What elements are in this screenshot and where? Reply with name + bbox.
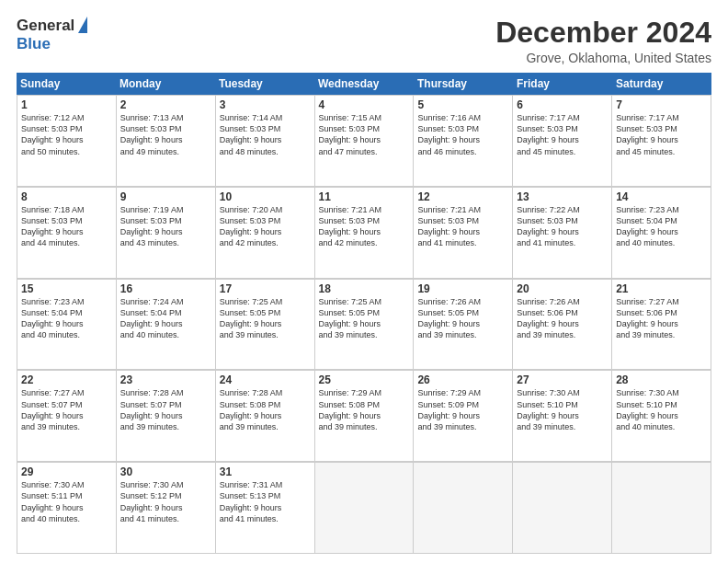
- header: General Blue December 2024 Grove, Oklaho…: [17, 17, 711, 65]
- weekday-header: Friday: [513, 73, 612, 95]
- day-info: Sunrise: 7:29 AM Sunset: 5:09 PM Dayligh…: [417, 387, 508, 432]
- day-info: Sunrise: 7:25 AM Sunset: 5:05 PM Dayligh…: [319, 296, 410, 341]
- calendar-row: 29Sunrise: 7:30 AM Sunset: 5:11 PM Dayli…: [17, 462, 711, 554]
- calendar-cell: 17Sunrise: 7:25 AM Sunset: 5:05 PM Dayli…: [216, 280, 315, 371]
- day-info: Sunrise: 7:17 AM Sunset: 5:03 PM Dayligh…: [517, 112, 608, 157]
- calendar-cell: 28Sunrise: 7:30 AM Sunset: 5:10 PM Dayli…: [612, 371, 711, 462]
- day-number: 28: [616, 373, 707, 386]
- calendar-cell: 19Sunrise: 7:26 AM Sunset: 5:05 PM Dayli…: [414, 280, 513, 371]
- day-number: 20: [517, 282, 608, 295]
- calendar-cell: 18Sunrise: 7:25 AM Sunset: 5:05 PM Dayli…: [315, 280, 415, 371]
- day-info: Sunrise: 7:30 AM Sunset: 5:12 PM Dayligh…: [120, 479, 211, 524]
- calendar-cell: 22Sunrise: 7:27 AM Sunset: 5:07 PM Dayli…: [17, 371, 117, 462]
- day-info: Sunrise: 7:25 AM Sunset: 5:05 PM Dayligh…: [220, 296, 311, 341]
- day-info: Sunrise: 7:31 AM Sunset: 5:13 PM Dayligh…: [220, 479, 311, 524]
- day-number: 19: [417, 282, 508, 295]
- day-number: 24: [220, 373, 311, 386]
- day-number: 10: [220, 190, 311, 203]
- day-info: Sunrise: 7:27 AM Sunset: 5:06 PM Dayligh…: [616, 296, 707, 341]
- day-number: 7: [616, 98, 707, 111]
- day-number: 21: [616, 282, 707, 295]
- day-info: Sunrise: 7:19 AM Sunset: 5:03 PM Dayligh…: [120, 204, 211, 249]
- day-number: 25: [319, 373, 410, 386]
- day-info: Sunrise: 7:18 AM Sunset: 5:03 PM Dayligh…: [21, 204, 112, 249]
- calendar-row: 22Sunrise: 7:27 AM Sunset: 5:07 PM Dayli…: [17, 370, 711, 462]
- logo-blue: Blue: [17, 35, 51, 53]
- weekday-header: Thursday: [414, 73, 513, 95]
- calendar-cell: 5Sunrise: 7:16 AM Sunset: 5:03 PM Daylig…: [414, 96, 513, 187]
- calendar-cell: 6Sunrise: 7:17 AM Sunset: 5:03 PM Daylig…: [513, 96, 612, 187]
- day-info: Sunrise: 7:14 AM Sunset: 5:03 PM Dayligh…: [220, 112, 311, 157]
- logo-general: General: [17, 17, 74, 35]
- day-info: Sunrise: 7:29 AM Sunset: 5:08 PM Dayligh…: [319, 387, 410, 432]
- day-info: Sunrise: 7:12 AM Sunset: 5:03 PM Dayligh…: [21, 112, 112, 157]
- calendar-cell: 10Sunrise: 7:20 AM Sunset: 5:03 PM Dayli…: [216, 188, 315, 279]
- day-info: Sunrise: 7:30 AM Sunset: 5:10 PM Dayligh…: [616, 387, 707, 432]
- day-number: 8: [21, 190, 112, 203]
- calendar-cell: 11Sunrise: 7:21 AM Sunset: 5:03 PM Dayli…: [315, 188, 415, 279]
- logo: General Blue: [17, 17, 87, 53]
- day-number: 26: [417, 373, 508, 386]
- calendar-cell: 14Sunrise: 7:23 AM Sunset: 5:04 PM Dayli…: [612, 188, 711, 279]
- day-number: 29: [21, 465, 112, 478]
- calendar-row: 15Sunrise: 7:23 AM Sunset: 5:04 PM Dayli…: [17, 279, 711, 371]
- day-number: 6: [517, 98, 608, 111]
- calendar-cell: 12Sunrise: 7:21 AM Sunset: 5:03 PM Dayli…: [414, 188, 513, 279]
- calendar-cell: 27Sunrise: 7:30 AM Sunset: 5:10 PM Dayli…: [513, 371, 612, 462]
- day-info: Sunrise: 7:23 AM Sunset: 5:04 PM Dayligh…: [616, 204, 707, 249]
- day-number: 22: [21, 373, 112, 386]
- day-number: 16: [120, 282, 211, 295]
- day-number: 27: [517, 373, 608, 386]
- day-info: Sunrise: 7:17 AM Sunset: 5:03 PM Dayligh…: [616, 112, 707, 157]
- calendar-cell: 29Sunrise: 7:30 AM Sunset: 5:11 PM Dayli…: [17, 463, 117, 554]
- day-info: Sunrise: 7:30 AM Sunset: 5:11 PM Dayligh…: [21, 479, 112, 524]
- calendar-cell: [414, 463, 513, 554]
- month-title: December 2024: [495, 17, 711, 49]
- day-info: Sunrise: 7:27 AM Sunset: 5:07 PM Dayligh…: [21, 387, 112, 432]
- day-info: Sunrise: 7:26 AM Sunset: 5:05 PM Dayligh…: [417, 296, 508, 341]
- day-info: Sunrise: 7:30 AM Sunset: 5:10 PM Dayligh…: [517, 387, 608, 432]
- day-info: Sunrise: 7:20 AM Sunset: 5:03 PM Dayligh…: [220, 204, 311, 249]
- calendar-cell: 9Sunrise: 7:19 AM Sunset: 5:03 PM Daylig…: [117, 188, 216, 279]
- day-number: 4: [319, 98, 410, 111]
- calendar-cell: 24Sunrise: 7:28 AM Sunset: 5:08 PM Dayli…: [216, 371, 315, 462]
- day-info: Sunrise: 7:21 AM Sunset: 5:03 PM Dayligh…: [417, 204, 508, 249]
- day-number: 2: [120, 98, 211, 111]
- calendar-cell: 31Sunrise: 7:31 AM Sunset: 5:13 PM Dayli…: [216, 463, 315, 554]
- calendar-header: SundayMondayTuesdayWednesdayThursdayFrid…: [17, 73, 711, 95]
- day-info: Sunrise: 7:13 AM Sunset: 5:03 PM Dayligh…: [120, 112, 211, 157]
- calendar-cell: 25Sunrise: 7:29 AM Sunset: 5:08 PM Dayli…: [315, 371, 415, 462]
- weekday-header: Wednesday: [314, 73, 414, 95]
- calendar-cell: 1Sunrise: 7:12 AM Sunset: 5:03 PM Daylig…: [17, 96, 117, 187]
- day-number: 11: [319, 190, 410, 203]
- day-info: Sunrise: 7:21 AM Sunset: 5:03 PM Dayligh…: [319, 204, 410, 249]
- day-number: 12: [417, 190, 508, 203]
- day-info: Sunrise: 7:26 AM Sunset: 5:06 PM Dayligh…: [517, 296, 608, 341]
- calendar-cell: 8Sunrise: 7:18 AM Sunset: 5:03 PM Daylig…: [17, 188, 117, 279]
- day-number: 9: [120, 190, 211, 203]
- day-info: Sunrise: 7:24 AM Sunset: 5:04 PM Dayligh…: [120, 296, 211, 341]
- calendar-cell: 23Sunrise: 7:28 AM Sunset: 5:07 PM Dayli…: [117, 371, 216, 462]
- calendar-row: 1Sunrise: 7:12 AM Sunset: 5:03 PM Daylig…: [17, 95, 711, 187]
- logo-icon: [78, 17, 87, 33]
- calendar-cell: 13Sunrise: 7:22 AM Sunset: 5:03 PM Dayli…: [513, 188, 612, 279]
- day-info: Sunrise: 7:15 AM Sunset: 5:03 PM Dayligh…: [319, 112, 410, 157]
- day-number: 23: [120, 373, 211, 386]
- day-info: Sunrise: 7:22 AM Sunset: 5:03 PM Dayligh…: [517, 204, 608, 249]
- day-info: Sunrise: 7:16 AM Sunset: 5:03 PM Dayligh…: [417, 112, 508, 157]
- calendar-cell: 3Sunrise: 7:14 AM Sunset: 5:03 PM Daylig…: [216, 96, 315, 187]
- day-number: 1: [21, 98, 112, 111]
- day-info: Sunrise: 7:28 AM Sunset: 5:08 PM Dayligh…: [220, 387, 311, 432]
- calendar-cell: 4Sunrise: 7:15 AM Sunset: 5:03 PM Daylig…: [315, 96, 415, 187]
- day-number: 15: [21, 282, 112, 295]
- calendar-row: 8Sunrise: 7:18 AM Sunset: 5:03 PM Daylig…: [17, 187, 711, 279]
- day-info: Sunrise: 7:23 AM Sunset: 5:04 PM Dayligh…: [21, 296, 112, 341]
- day-number: 14: [616, 190, 707, 203]
- calendar-cell: 16Sunrise: 7:24 AM Sunset: 5:04 PM Dayli…: [117, 280, 216, 371]
- weekday-header: Monday: [116, 73, 215, 95]
- day-number: 31: [220, 465, 311, 478]
- calendar-cell: 15Sunrise: 7:23 AM Sunset: 5:04 PM Dayli…: [17, 280, 117, 371]
- weekday-header: Sunday: [17, 73, 116, 95]
- calendar-cell: [315, 463, 415, 554]
- calendar-cell: 7Sunrise: 7:17 AM Sunset: 5:03 PM Daylig…: [612, 96, 711, 187]
